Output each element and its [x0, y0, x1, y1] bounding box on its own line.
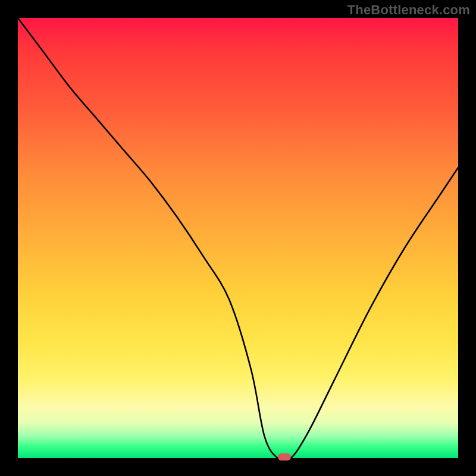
chart-frame: TheBottleneck.com	[0, 0, 476, 476]
bottleneck-curve	[18, 18, 458, 458]
optimal-point-marker	[278, 453, 291, 461]
plot-area	[18, 18, 458, 458]
watermark-text: TheBottleneck.com	[347, 2, 470, 18]
